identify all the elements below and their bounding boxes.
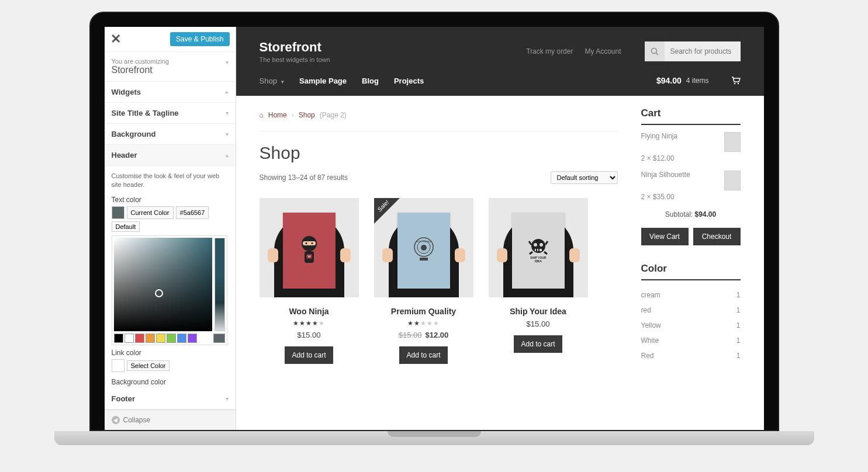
- section-footer[interactable]: Footer ▾: [105, 388, 236, 409]
- customizing-label: You are customizing: [112, 58, 229, 65]
- palette-swatch[interactable]: [146, 334, 155, 343]
- picker-cursor[interactable]: [155, 289, 163, 297]
- cart-item-thumb: [724, 171, 741, 190]
- close-icon[interactable]: ✕: [110, 32, 121, 47]
- palette-swatch[interactable]: [167, 334, 176, 343]
- color-filter-row[interactable]: red1: [641, 303, 741, 318]
- current-color-button[interactable]: Current Color: [127, 206, 174, 219]
- saturation-field[interactable]: [114, 238, 212, 331]
- palette-swatch[interactable]: [135, 334, 144, 343]
- cart-icon[interactable]: [731, 77, 741, 85]
- default-color-button[interactable]: Default: [112, 221, 140, 232]
- svg-point-14: [421, 245, 427, 251]
- customizing-header[interactable]: You are customizing Storefront ▾: [105, 52, 236, 82]
- svg-rect-15: [420, 258, 428, 261]
- palette-row: [114, 334, 225, 343]
- nav-blog[interactable]: Blog: [362, 77, 379, 85]
- add-to-cart-button[interactable]: Add to cart: [399, 346, 447, 364]
- product-image[interactable]: W: [260, 198, 359, 297]
- link-select-color-button[interactable]: Select Color: [127, 360, 170, 371]
- home-icon[interactable]: ⌂: [260, 111, 264, 119]
- svg-point-18: [540, 243, 543, 247]
- color-name: Red: [641, 352, 654, 360]
- product-card[interactable]: W Woo Ninja ★★★★★ $15.00 Add to cart: [260, 198, 359, 364]
- cart-total: $94.00: [656, 76, 682, 85]
- color-widget-title: Color: [641, 263, 741, 280]
- my-account-link[interactable]: My Account: [585, 47, 621, 55]
- breadcrumb-shop[interactable]: Shop: [299, 111, 315, 119]
- chevron-right-icon: ▸: [226, 89, 229, 95]
- color-name: Yellow: [641, 321, 661, 329]
- save-publish-button[interactable]: Save & Publish: [170, 32, 229, 46]
- section-widgets[interactable]: Widgets ▸: [105, 82, 236, 103]
- color-count: 1: [736, 291, 741, 299]
- svg-point-0: [651, 48, 656, 54]
- site-header: Storefront The best widgets in town Trac…: [236, 27, 764, 96]
- cart-item-thumb: [724, 132, 741, 152]
- add-to-cart-button[interactable]: Add to cart: [285, 346, 333, 364]
- palette-swatch[interactable]: [177, 334, 186, 343]
- svg-rect-21: [538, 249, 540, 251]
- main-content: ⌂ Home › Shop (Page 2) Shop Showing 13–2…: [260, 107, 618, 364]
- breadcrumb-home[interactable]: Home: [268, 111, 287, 119]
- brand[interactable]: Storefront The best widgets in town: [260, 40, 330, 63]
- svg-point-2: [734, 83, 735, 84]
- product-image[interactable]: Sale! WOOTHEMES: [374, 198, 473, 297]
- svg-line-1: [656, 53, 658, 55]
- preview-pane: Storefront The best widgets in town Trac…: [236, 27, 764, 430]
- add-to-cart-button[interactable]: Add to cart: [514, 335, 562, 353]
- cart-item[interactable]: Flying Ninja: [641, 132, 741, 152]
- color-filter-row[interactable]: Red1: [641, 348, 741, 363]
- sort-select[interactable]: Default sorting: [551, 171, 618, 184]
- section-site-title[interactable]: Site Title & Tagline ▾: [105, 103, 236, 124]
- product-card[interactable]: SHIP YOURIDEA Ship Your Idea $15.00 Add …: [489, 198, 588, 364]
- color-count: 1: [736, 352, 741, 360]
- svg-point-17: [534, 243, 537, 247]
- section-header[interactable]: Header ▴: [105, 145, 236, 166]
- link-color-swatch[interactable]: [112, 359, 125, 372]
- customizer-sidebar: ✕ Save & Publish You are customizing Sto…: [105, 27, 236, 430]
- selected-palette-swatch[interactable]: [213, 334, 225, 343]
- palette-swatch[interactable]: [156, 334, 165, 343]
- svg-rect-5: [303, 241, 316, 245]
- section-background[interactable]: Background ▾: [105, 124, 236, 145]
- view-cart-button[interactable]: View Cart: [641, 228, 689, 245]
- cart-summary[interactable]: $94.00 4 items: [656, 76, 741, 85]
- site-tagline: The best widgets in town: [260, 56, 330, 63]
- chevron-down-icon: ▾: [226, 131, 229, 137]
- color-count: 1: [736, 306, 741, 314]
- search-icon[interactable]: [645, 41, 665, 61]
- color-filter-row[interactable]: Yellow1: [641, 318, 741, 333]
- hex-input[interactable]: #5a6567: [176, 206, 209, 219]
- nav-shop[interactable]: Shop ▾: [260, 77, 285, 85]
- product-grid: W Woo Ninja ★★★★★ $15.00 Add to cart Sal…: [260, 198, 618, 364]
- product-image[interactable]: SHIP YOURIDEA: [489, 198, 588, 297]
- text-color-swatch[interactable]: [112, 206, 125, 219]
- palette-swatch[interactable]: [125, 334, 134, 343]
- rating-stars: ★★★★★: [260, 320, 359, 327]
- search-input[interactable]: [665, 41, 741, 61]
- track-order-link[interactable]: Track my order: [526, 47, 573, 55]
- product-card[interactable]: Sale! WOOTHEMES Premium Quality ★★★★★ $1…: [374, 198, 473, 364]
- nav-projects[interactable]: Projects: [394, 77, 424, 85]
- chevron-down-icon: ▾: [226, 110, 229, 116]
- collapse-button[interactable]: ◀ Collapse: [105, 410, 236, 430]
- svg-text:IDEA: IDEA: [535, 259, 542, 263]
- text-color-label: Text color: [112, 196, 229, 204]
- palette-swatch[interactable]: [188, 334, 197, 343]
- color-picker[interactable]: [112, 235, 227, 345]
- hue-slider[interactable]: [215, 238, 225, 331]
- cart-item-name: Ninja Silhouette: [641, 171, 690, 190]
- chevron-down-icon: ▾: [281, 79, 284, 85]
- cart-item-line: 2 × $12.00: [641, 154, 741, 162]
- cart-widget-title: Cart: [641, 107, 741, 125]
- nav-sample-page[interactable]: Sample Page: [299, 77, 347, 85]
- color-filter-row[interactable]: cream1: [641, 287, 741, 303]
- color-name: red: [641, 306, 651, 314]
- checkout-button[interactable]: Checkout: [693, 228, 741, 245]
- color-filter-row[interactable]: White1: [641, 333, 741, 348]
- cart-item[interactable]: Ninja Silhouette: [641, 171, 741, 190]
- search-box: [645, 41, 741, 61]
- palette-swatch[interactable]: [114, 334, 123, 343]
- cart-item-count: 4 items: [686, 77, 709, 85]
